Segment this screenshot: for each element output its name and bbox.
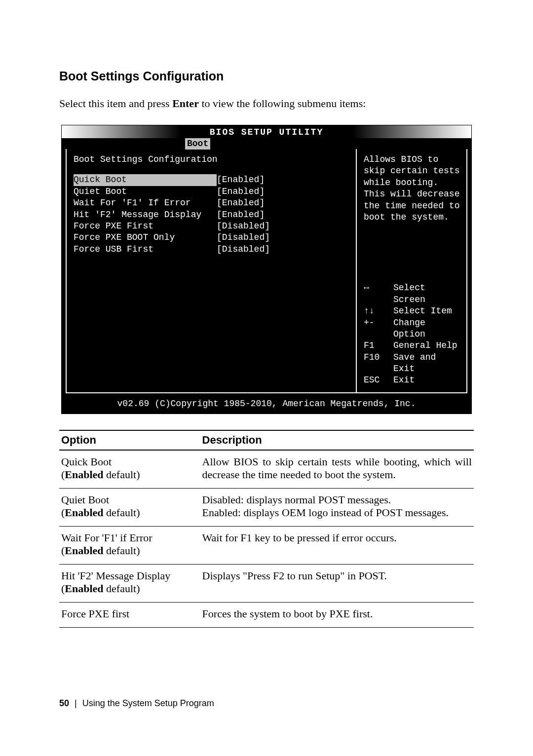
default-word: Enabled [65, 582, 103, 595]
description-line: Wait for F1 key to be pressed if error o… [202, 531, 472, 544]
intro-enter: Enter [172, 97, 199, 110]
bios-option-value: [Enabled] [217, 209, 265, 221]
options-th-option: Option [59, 430, 200, 450]
manual-page: Boot Settings Configuration Select this … [0, 0, 533, 756]
bios-option-label: Wait For 'F1' If Error [74, 197, 217, 209]
section-heading: Boot Settings Configuration [59, 69, 474, 83]
bios-option-row[interactable]: Force PXE BOOT Only[Disabled] [74, 232, 349, 243]
option-default: (Enabled default) [61, 544, 198, 557]
chapter-title: Using the System Setup Program [82, 698, 214, 708]
bios-option-value: [Disabled] [217, 244, 270, 255]
option-default: (Enabled default) [61, 506, 198, 519]
paren-close: default) [104, 582, 140, 595]
default-word: Enabled [65, 506, 103, 519]
bios-option-label: Hit 'F2' Message Display [74, 209, 217, 221]
description-line: Allow BIOS to skip certain tests while b… [202, 455, 472, 481]
default-word: Enabled [65, 468, 103, 481]
bios-key-label: Save and Exit [393, 352, 461, 375]
description-cell: Forces the system to boot by PXE first. [200, 603, 474, 628]
bios-option-label: Quiet Boot [74, 186, 217, 197]
description-cell: Disabled: displays normal POST messages.… [200, 489, 474, 527]
paren-close: default) [104, 506, 140, 519]
bios-option-row[interactable]: Quiet Boot[Enabled] [74, 186, 349, 197]
bios-option-label: Force PXE First [74, 221, 217, 232]
description-cell: Wait for F1 key to be pressed if error o… [200, 527, 474, 565]
bios-option-value: [Enabled] [217, 186, 265, 197]
bios-key-row: ↔Select Screen [364, 282, 461, 305]
bios-option-value: [Disabled] [217, 232, 270, 243]
bios-key-row: +-Change Option [364, 317, 461, 340]
bios-section-title: Boot Settings Configuration [74, 154, 349, 165]
bios-tab-row: Boot [62, 138, 471, 149]
intro-suffix: to view the following submenu items: [199, 97, 366, 110]
option-default: (Enabled default) [61, 468, 198, 481]
bios-key-label: Select Item [393, 305, 452, 317]
description-line: Displays "Press F2 to run Setup" in POST… [202, 569, 472, 582]
bios-key: ↑↓ [364, 305, 393, 317]
option-cell: Wait For 'F1' if Error(Enabled default) [59, 527, 200, 565]
bios-key: +- [364, 317, 393, 340]
default-word: Enabled [65, 544, 103, 557]
option-default: (Enabled default) [61, 582, 198, 595]
table-row: Quick Boot(Enabled default)Allow BIOS to… [59, 450, 474, 489]
option-cell: Quiet Boot(Enabled default) [59, 489, 200, 527]
option-name: Hit 'F2' Message Display [61, 569, 198, 582]
bios-option-value: [Disabled] [217, 221, 270, 232]
bios-copyright: v02.69 (C)Copyright 1985-2010, American … [62, 396, 471, 414]
option-cell: Force PXE first [59, 603, 200, 628]
bios-key: ↔ [364, 282, 393, 305]
bios-key-row: F1General Help [364, 340, 461, 351]
options-table: Option Description Quick Boot(Enabled de… [59, 430, 474, 628]
bios-screenshot: BIOS SETUP UTILITY Boot Boot Settings Co… [61, 125, 472, 414]
footer-separator: | [72, 698, 80, 708]
bios-option-list: Quick Boot[Enabled]Quiet Boot[Enabled]Wa… [74, 174, 349, 255]
bios-title: BIOS SETUP UTILITY [210, 125, 323, 138]
page-footer: 50 | Using the System Setup Program [59, 698, 214, 709]
description-cell: Displays "Press F2 to run Setup" in POST… [200, 565, 474, 603]
bios-key: F10 [364, 352, 393, 375]
paren-close: default) [104, 468, 140, 481]
option-name: Force PXE first [61, 607, 198, 620]
bios-key: F1 [364, 340, 393, 351]
bios-key-row: ↑↓Select Item [364, 305, 461, 317]
bios-key-row: ESCExit [364, 375, 461, 386]
description-line: Disabled: displays normal POST messages. [202, 493, 472, 506]
bios-option-row[interactable]: Wait For 'F1' If Error[Enabled] [74, 197, 349, 209]
bios-tab-boot[interactable]: Boot [185, 138, 210, 150]
table-header-row: Option Description [59, 430, 474, 450]
bios-option-label: Quick Boot [74, 174, 217, 186]
bios-key-label: General Help [393, 340, 457, 351]
bios-key-legend: ↔Select Screen↑↓Select Item+-Change Opti… [364, 282, 461, 386]
bios-option-label: Force PXE BOOT Only [74, 232, 217, 243]
bios-option-row[interactable]: Quick Boot[Enabled] [74, 174, 349, 186]
description-line: Enabled: displays OEM logo instead of PO… [202, 506, 472, 519]
option-name: Wait For 'F1' if Error [61, 531, 198, 544]
bios-option-value: [Enabled] [217, 174, 265, 186]
options-th-description: Description [200, 430, 474, 450]
bios-option-row[interactable]: Hit 'F2' Message Display[Enabled] [74, 209, 349, 221]
bios-key-label: Exit [393, 375, 415, 386]
bios-key: ESC [364, 375, 393, 386]
option-name: Quick Boot [61, 455, 198, 468]
bios-help-text: Allows BIOS to skip certain tests while … [364, 154, 461, 223]
description-line: Forces the system to boot by PXE first. [202, 607, 472, 620]
table-row: Force PXE firstForces the system to boot… [59, 603, 474, 628]
bios-option-row[interactable]: Force USB First[Disabled] [74, 244, 349, 255]
bios-key-label: Change Option [393, 317, 461, 340]
bios-right-panel: Allows BIOS to skip certain tests while … [357, 149, 467, 393]
page-number: 50 [59, 698, 69, 708]
description-cell: Allow BIOS to skip certain tests while b… [200, 450, 474, 489]
option-name: Quiet Boot [61, 493, 198, 506]
bios-left-panel: Boot Settings Configuration Quick Boot[E… [66, 149, 357, 393]
table-row: Wait For 'F1' if Error(Enabled default)W… [59, 527, 474, 565]
option-cell: Quick Boot(Enabled default) [59, 450, 200, 489]
intro-text: Select this item and press Enter to view… [59, 97, 474, 110]
bios-titlebar: BIOS SETUP UTILITY [62, 125, 471, 138]
bios-option-row[interactable]: Force PXE First[Disabled] [74, 221, 349, 232]
table-row: Quiet Boot(Enabled default)Disabled: dis… [59, 489, 474, 527]
bios-body: Boot Settings Configuration Quick Boot[E… [62, 149, 471, 396]
bios-key-row: F10Save and Exit [364, 352, 461, 375]
option-cell: Hit 'F2' Message Display(Enabled default… [59, 565, 200, 603]
bios-option-value: [Enabled] [217, 197, 265, 209]
bios-option-label: Force USB First [74, 244, 217, 255]
